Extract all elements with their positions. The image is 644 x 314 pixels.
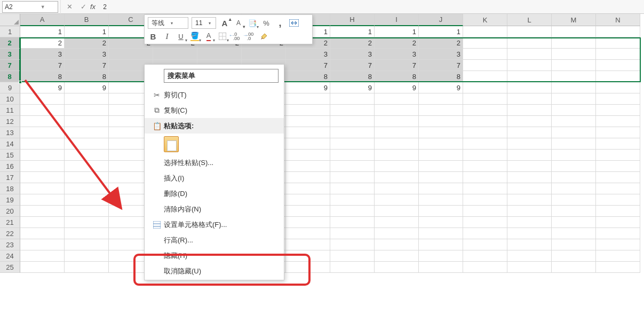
cell[interactable] <box>463 71 507 82</box>
cell[interactable] <box>419 228 463 239</box>
cell[interactable] <box>552 116 596 127</box>
cell[interactable] <box>20 150 65 161</box>
row-header[interactable]: 7 <box>0 60 20 71</box>
cell[interactable]: 3 <box>330 49 375 60</box>
cell[interactable] <box>552 49 596 60</box>
row-header[interactable]: 20 <box>0 206 20 217</box>
cell[interactable] <box>596 194 640 206</box>
cell[interactable]: 7 <box>419 60 463 71</box>
cell[interactable] <box>20 239 65 250</box>
cell[interactable] <box>552 71 596 82</box>
cell[interactable] <box>419 105 463 116</box>
cell[interactable] <box>507 183 552 194</box>
cell[interactable] <box>596 183 640 194</box>
cell[interactable] <box>375 183 419 194</box>
cell[interactable] <box>419 183 463 194</box>
row-header[interactable]: 18 <box>0 183 20 194</box>
name-box[interactable]: A2 ▼ <box>2 1 58 13</box>
cell[interactable] <box>419 127 463 138</box>
cell[interactable] <box>65 138 109 150</box>
cell[interactable] <box>375 150 419 161</box>
cell[interactable] <box>552 250 596 262</box>
cell[interactable] <box>596 60 640 71</box>
col-header-M[interactable]: M <box>552 14 596 26</box>
cell[interactable] <box>65 206 109 217</box>
cell[interactable] <box>596 127 640 138</box>
cell[interactable] <box>596 93 640 105</box>
increase-decimal-icon[interactable]: .0.00← <box>231 31 242 42</box>
cell[interactable] <box>375 239 419 250</box>
cell[interactable] <box>330 138 375 150</box>
select-all-corner[interactable] <box>0 14 20 26</box>
cell[interactable] <box>65 105 109 116</box>
cell[interactable] <box>375 127 419 138</box>
cell[interactable] <box>330 217 375 228</box>
cell[interactable] <box>596 49 640 60</box>
underline-icon[interactable]: U <box>176 31 186 42</box>
cell[interactable] <box>463 150 507 161</box>
cell[interactable] <box>330 105 375 116</box>
cell[interactable] <box>286 250 330 262</box>
cell[interactable] <box>507 161 552 172</box>
cell[interactable]: 1 <box>20 26 65 37</box>
cell[interactable] <box>419 172 463 183</box>
cell[interactable] <box>507 250 552 262</box>
cell[interactable] <box>375 206 419 217</box>
formula-input[interactable]: 2 <box>100 3 644 11</box>
percent-format-icon[interactable]: % <box>261 18 272 28</box>
font-color-icon[interactable]: A <box>203 31 214 42</box>
menu-paste-special[interactable]: 选择性粘贴(S)... <box>145 155 284 170</box>
cell[interactable] <box>552 82 596 93</box>
cell[interactable] <box>596 26 640 37</box>
cell[interactable] <box>65 150 109 161</box>
cell[interactable] <box>286 105 330 116</box>
cell[interactable] <box>552 183 596 194</box>
cell[interactable] <box>20 116 65 127</box>
row-header[interactable]: 1 <box>0 26 20 37</box>
cell[interactable] <box>65 217 109 228</box>
cell[interactable] <box>330 239 375 250</box>
cell[interactable] <box>286 150 330 161</box>
cell[interactable] <box>596 82 640 93</box>
col-header-B[interactable]: B <box>65 14 109 26</box>
cell[interactable] <box>419 116 463 127</box>
cell[interactable] <box>507 138 552 150</box>
menu-format-cells[interactable]: 设置单元格格式(F)... <box>145 217 284 232</box>
name-box-dropdown-icon[interactable]: ▼ <box>30 4 56 10</box>
cell[interactable] <box>375 217 419 228</box>
cell[interactable] <box>65 194 109 206</box>
cell[interactable] <box>552 194 596 206</box>
cell[interactable] <box>552 60 596 71</box>
cell[interactable] <box>330 206 375 217</box>
search-menu-input[interactable] <box>164 69 279 83</box>
row-header[interactable]: 23 <box>0 239 20 250</box>
cell[interactable] <box>286 206 330 217</box>
cell[interactable]: 3 <box>65 49 109 60</box>
cell[interactable] <box>552 206 596 217</box>
cell[interactable]: 9 <box>20 82 65 93</box>
cell[interactable] <box>463 105 507 116</box>
cell[interactable] <box>552 217 596 228</box>
cell[interactable] <box>507 93 552 105</box>
font-name-combo[interactable]: 等线▾ <box>148 17 188 29</box>
cell[interactable] <box>286 138 330 150</box>
cell[interactable]: 9 <box>375 82 419 93</box>
row-header[interactable]: 8 <box>0 71 20 82</box>
cell[interactable]: 7 <box>286 60 330 71</box>
cell[interactable] <box>463 194 507 206</box>
cell[interactable] <box>286 228 330 239</box>
cell[interactable] <box>419 262 463 273</box>
cell[interactable] <box>463 60 507 71</box>
cell[interactable] <box>552 150 596 161</box>
cell[interactable] <box>20 93 65 105</box>
cell[interactable] <box>330 150 375 161</box>
cell[interactable]: 3 <box>286 49 330 60</box>
row-header[interactable]: 15 <box>0 150 20 161</box>
fx-icon[interactable]: fx <box>90 3 96 11</box>
cell[interactable] <box>20 127 65 138</box>
cell[interactable] <box>20 206 65 217</box>
cell[interactable] <box>507 26 552 37</box>
cell[interactable]: 7 <box>65 60 109 71</box>
fill-color-icon[interactable]: 🪣 <box>189 31 200 42</box>
cell[interactable] <box>375 262 419 273</box>
